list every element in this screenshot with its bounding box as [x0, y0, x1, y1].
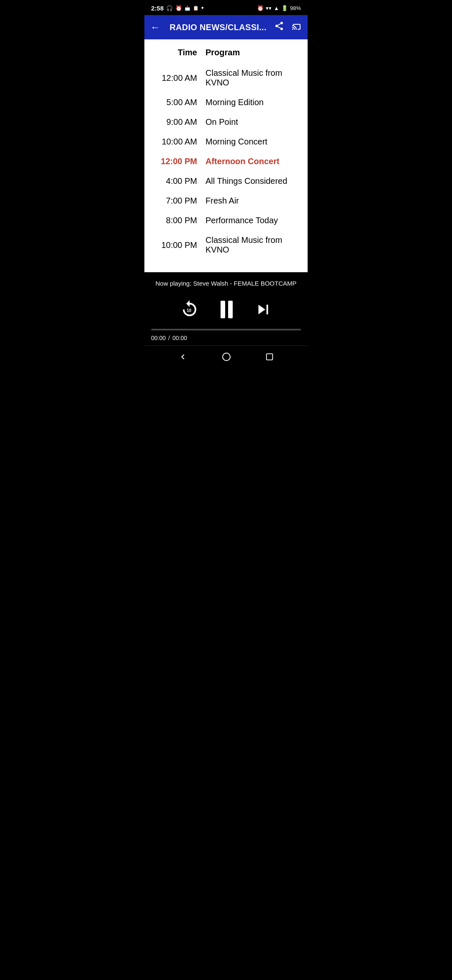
schedule-row[interactable]: 12:00 AMClassical Music from KVNO: [151, 63, 301, 93]
time-total: 00:00: [172, 335, 187, 341]
schedule-container: Time Program 12:00 AMClassical Music fro…: [144, 39, 308, 272]
player-container: Now playing: Steve Walsh - FEMALE BOOTCA…: [144, 272, 308, 346]
app-bar-actions: [274, 21, 302, 34]
pause-button[interactable]: [221, 301, 233, 318]
wifi-icon: ▾▾: [266, 5, 272, 11]
back-button[interactable]: ←: [150, 21, 160, 33]
schedule-row-program: Morning Edition: [205, 98, 301, 107]
schedule-row[interactable]: 10:00 AMMorning Concert: [151, 132, 301, 152]
schedule-row-time: 12:00 AM: [151, 73, 205, 83]
schedule-row[interactable]: 10:00 PMClassical Music from KVNO: [151, 230, 301, 260]
app-bar: ← RADIO NEWS/CLASSI...: [144, 15, 308, 39]
schedule-row-time: 4:00 PM: [151, 176, 205, 186]
schedule-row-time: 10:00 AM: [151, 137, 205, 147]
schedule-row-time: 8:00 PM: [151, 216, 205, 225]
alarm-icon: ⏰: [175, 5, 182, 11]
headset-icon: 🎧: [166, 5, 173, 11]
pause-icon: [221, 301, 233, 318]
schedule-row[interactable]: 12:00 PMAfternoon Concert: [151, 152, 301, 171]
battery-percent: 98%: [290, 5, 301, 11]
svg-point-6: [223, 353, 230, 361]
schedule-row[interactable]: 7:00 PMFresh Air: [151, 191, 301, 211]
schedule-row[interactable]: 8:00 PMPerformance Today: [151, 211, 301, 230]
schedule-row-program: Performance Today: [205, 216, 301, 225]
schedule-row-time: 5:00 AM: [151, 98, 205, 107]
cast-button[interactable]: [292, 21, 302, 34]
battery-icon: 🔋: [281, 5, 288, 11]
skip-next-icon: [254, 300, 273, 319]
schedule-row-time: 10:00 PM: [151, 240, 205, 250]
time-display: 00:00 / 00:00: [151, 335, 301, 341]
schedule-row-time: 12:00 PM: [151, 157, 205, 166]
schedule-row[interactable]: 5:00 AMMorning Edition: [151, 93, 301, 112]
header-time: Time: [151, 48, 205, 57]
status-bar: 2:58 🎧 ⏰ 📩 📋 • ⏰ ▾▾ ▲ 🔋 98%: [144, 0, 308, 15]
nav-bar: [144, 346, 308, 367]
schedule-row-time: 7:00 PM: [151, 196, 205, 206]
screen-icon: 📋: [193, 5, 199, 11]
progress-bar-background: [151, 329, 301, 330]
schedule-row-program: Classical Music from KVNO: [205, 235, 301, 255]
share-button[interactable]: [274, 21, 284, 34]
status-right-icons: ⏰ ▾▾ ▲ 🔋 98%: [257, 5, 301, 11]
nav-back-button[interactable]: [178, 352, 188, 362]
svg-point-0: [280, 22, 283, 24]
replay10-icon: 10: [180, 299, 200, 320]
schedule-row-program: Morning Concert: [205, 137, 301, 147]
schedule-row-program: Fresh Air: [205, 196, 301, 206]
nav-recents-button[interactable]: [265, 352, 274, 361]
now-playing-text: Now playing: Steve Walsh - FEMALE BOOTCA…: [151, 280, 301, 287]
schedule-row-program: On Point: [205, 117, 301, 127]
progress-container[interactable]: [151, 329, 301, 330]
app-bar-title: RADIO NEWS/CLASSI...: [165, 23, 271, 32]
status-time: 2:58: [151, 5, 164, 12]
svg-line-4: [278, 24, 281, 26]
svg-point-2: [280, 28, 283, 30]
schedule-row-program: Afternoon Concert: [205, 157, 301, 166]
time-current: 00:00: [151, 335, 166, 341]
svg-text:10: 10: [187, 308, 192, 313]
time-separator: /: [168, 335, 170, 341]
status-time-group: 2:58 🎧 ⏰ 📩 📋 •: [151, 4, 204, 12]
svg-point-1: [275, 25, 278, 27]
schedule-row-time: 9:00 AM: [151, 117, 205, 127]
header-program: Program: [205, 48, 301, 57]
schedule-row-program: Classical Music from KVNO: [205, 68, 301, 88]
skip-next-button[interactable]: [254, 300, 273, 319]
schedule-rows: 12:00 AMClassical Music from KVNO5:00 AM…: [151, 63, 301, 260]
dot-indicator: •: [201, 4, 204, 12]
player-controls: 10: [151, 299, 301, 320]
schedule-row-program: All Things Considered: [205, 176, 301, 186]
signal-icon: ▲: [274, 5, 279, 11]
schedule-header: Time Program: [151, 48, 301, 63]
alarm2-icon: ⏰: [257, 5, 264, 11]
voicemail-icon: 📩: [185, 5, 190, 11]
schedule-row[interactable]: 4:00 PMAll Things Considered: [151, 171, 301, 191]
replay10-button[interactable]: 10: [180, 299, 200, 320]
schedule-row[interactable]: 9:00 AMOn Point: [151, 112, 301, 132]
svg-line-3: [278, 27, 281, 28]
nav-home-button[interactable]: [221, 352, 231, 362]
svg-rect-7: [267, 353, 273, 360]
